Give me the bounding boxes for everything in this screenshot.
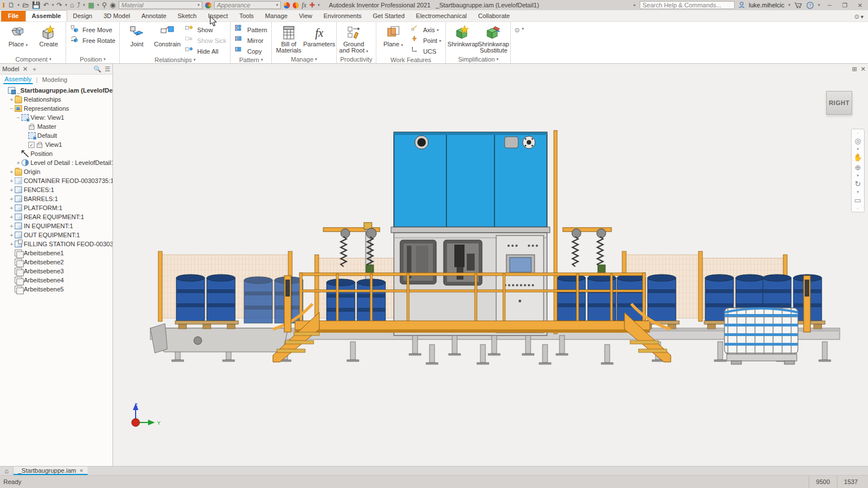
add-icon[interactable]: ✚: [309, 1, 315, 9]
ribbon-group-label[interactable]: Manage▾: [272, 55, 336, 63]
help-dropdown-icon[interactable]: ▾: [818, 3, 820, 7]
ribbon-tab-manage[interactable]: Manage: [259, 11, 293, 21]
pan-hand-icon[interactable]: ✋: [853, 153, 862, 162]
inventor-logo[interactable]: I: [2, 1, 5, 10]
orbit-dropdown-icon[interactable]: ▾: [857, 190, 859, 194]
ribbon-tab-electromechanical[interactable]: Electromechanical: [410, 11, 472, 21]
undo-icon[interactable]: ↶: [44, 1, 49, 9]
redo-icon[interactable]: ↷: [57, 1, 62, 9]
ribbon-group-label[interactable]: Simplification▾: [446, 55, 510, 63]
ribbon-tab-environments[interactable]: Environments: [318, 11, 367, 21]
ribbon-tab-annotate[interactable]: Annotate: [136, 11, 172, 21]
ucs-button[interactable]: UCS: [409, 46, 444, 56]
ribbon-tab-inspect[interactable]: Inspect: [202, 11, 233, 21]
update-dropdown-icon[interactable]: ▾: [97, 3, 99, 7]
constrain-button[interactable]: Constrain: [153, 23, 182, 47]
ribbon-tab-get-started[interactable]: Get Started: [367, 11, 410, 21]
occurrence-count-1[interactable]: 9500: [809, 476, 836, 488]
ribbon-group-label[interactable]: Relationships▾: [120, 56, 230, 63]
ribbon-group-label[interactable]: Position▾: [66, 55, 119, 63]
ground-and-root-button[interactable]: Ground and Root ▾: [339, 23, 368, 54]
expand-icon[interactable]: +: [15, 160, 21, 166]
expand-icon[interactable]: +: [8, 214, 15, 220]
appearance-adjust-icon[interactable]: [284, 2, 290, 8]
point-button[interactable]: Point▸: [409, 36, 444, 45]
tree-item-container-feod-00303735-1[interactable]: +CONTAINER FEOD-00303735:1: [0, 176, 112, 185]
free-move-button[interactable]: Free Move: [68, 25, 117, 34]
ribbon-tab-3d-model[interactable]: 3D Model: [98, 11, 136, 21]
tree-item-view1[interactable]: ✓View1: [0, 140, 112, 149]
expand-icon[interactable]: +: [8, 232, 15, 238]
navbar-more-icon[interactable]: ◦: [857, 206, 858, 210]
appearance-dropdown[interactable]: Appearance▾: [214, 1, 281, 9]
tree-item-arbeitsebene5[interactable]: Arbeitsebene5: [0, 285, 112, 294]
tree-item-fences-1[interactable]: +FENCES:1: [0, 185, 112, 194]
plane-button[interactable]: Plane ▾: [379, 23, 408, 48]
open-icon[interactable]: 🗁: [23, 1, 29, 9]
ribbon-tab-design[interactable]: Design: [67, 11, 98, 21]
new-file-dropdown-icon[interactable]: ▾: [18, 3, 20, 7]
search-expand-icon[interactable]: ▸: [633, 3, 636, 7]
ribbon-group-label[interactable]: Component▾: [1, 55, 66, 63]
home-tab-icon[interactable]: ⌂: [0, 467, 14, 475]
expand-icon[interactable]: +: [8, 169, 15, 175]
material-ball-icon[interactable]: [205, 2, 211, 8]
ribbon-panel-options-icon[interactable]: ⊙: [514, 27, 519, 34]
show-button[interactable]: Show: [183, 25, 228, 34]
browser-add-tab-icon[interactable]: ＋: [31, 65, 37, 73]
expand-icon[interactable]: +: [8, 97, 15, 103]
pattern-button[interactable]: Pattern: [233, 25, 268, 34]
collapse-icon[interactable]: −: [8, 106, 15, 112]
visibility-checkbox[interactable]: ✓: [28, 142, 34, 148]
shrinkwrap-button[interactable]: Shrinkwrap: [448, 23, 478, 47]
occurrence-count-2[interactable]: 1537: [837, 476, 865, 488]
tree-item-view-view1[interactable]: −View: View1: [0, 113, 112, 122]
axis-button[interactable]: Axis▸: [409, 25, 444, 34]
bill-of-materials-button[interactable]: Bill of Materials: [274, 23, 303, 54]
help-icon[interactable]: ?: [806, 2, 814, 9]
ribbon-tab-tools[interactable]: Tools: [233, 11, 259, 21]
viewport-close-icon[interactable]: ✕: [861, 66, 866, 73]
clear-appearance-icon[interactable]: [293, 2, 299, 8]
navbar-settings-icon[interactable]: ◦: [857, 131, 858, 135]
copy-button[interactable]: Copy: [233, 46, 268, 56]
browser-subtab-modeling[interactable]: Modeling: [41, 76, 69, 84]
browser-search-icon[interactable]: 🔍: [93, 66, 101, 73]
tree-item-arbeitsebene3[interactable]: Arbeitsebene3: [0, 267, 112, 276]
qat-customize-icon[interactable]: ▾: [318, 3, 320, 7]
material-dropdown[interactable]: Material▾: [119, 1, 202, 9]
help-search-input[interactable]: Search Help & Commands...: [640, 1, 735, 9]
document-tab[interactable]: _Startbaugruppe.iam ×: [14, 467, 88, 475]
minimize-button[interactable]: ─: [824, 2, 835, 8]
tree-item-master[interactable]: Master: [0, 122, 112, 131]
collapse-icon[interactable]: −: [15, 115, 21, 121]
update-icon[interactable]: ▦: [88, 1, 94, 9]
ribbon-tab-file[interactable]: File: [1, 11, 25, 21]
create-button[interactable]: Create: [34, 23, 63, 47]
look-at-icon[interactable]: ▭: [854, 196, 861, 204]
wheel-dropdown-icon[interactable]: ▾: [857, 147, 859, 151]
tree-item-barrels-1[interactable]: +BARRELS:1: [0, 194, 112, 203]
tree-item-startbaugruppe-iam-levelofdetail1[interactable]: _Startbaugruppe.iam (LevelofDetail1): [0, 86, 112, 95]
tree-item-platform-1[interactable]: +PLATFORM:1: [0, 203, 112, 212]
measure-icon[interactable]: ⚲: [102, 1, 107, 9]
tree-item-representations[interactable]: −Representations: [0, 104, 112, 113]
tree-item-rear-equipment-1[interactable]: +REAR EQUIPMENT:1: [0, 212, 112, 221]
expand-icon[interactable]: +: [8, 223, 15, 229]
tree-item-default[interactable]: Default: [0, 131, 112, 140]
expand-icon[interactable]: +: [8, 241, 15, 247]
document-tab-close-icon[interactable]: ×: [80, 467, 83, 474]
steering-wheel-icon[interactable]: ◎: [854, 137, 861, 145]
tree-item-level-of-detail-levelofdetail1[interactable]: +Level of Detail : LevelofDetail1: [0, 158, 112, 167]
joint-button[interactable]: Joint: [122, 23, 151, 47]
split-view-icon[interactable]: ⊞: [852, 66, 857, 73]
tree-item-origin[interactable]: +Origin: [0, 167, 112, 176]
viewport-3d[interactable]: ⊞ ✕ RIGHT ◦ ◎ ▾ ✋ ⊕ ▾ ↻ ▾ ▭ ◦ Z Y: [113, 64, 868, 466]
user-dropdown-icon[interactable]: ▾: [788, 3, 791, 7]
store-cart-icon[interactable]: [794, 2, 802, 8]
ribbon-group-label[interactable]: Work Features: [376, 56, 446, 63]
tree-item-position[interactable]: Position: [0, 149, 112, 158]
ribbon-group-label[interactable]: Pattern▾: [231, 56, 271, 63]
tree-item-filling-station-feod-00303879-1-1[interactable]: +FILLING STATION FEOD-00303879:1 (~1): [0, 239, 112, 249]
browser-menu-icon[interactable]: ☰: [105, 66, 110, 73]
